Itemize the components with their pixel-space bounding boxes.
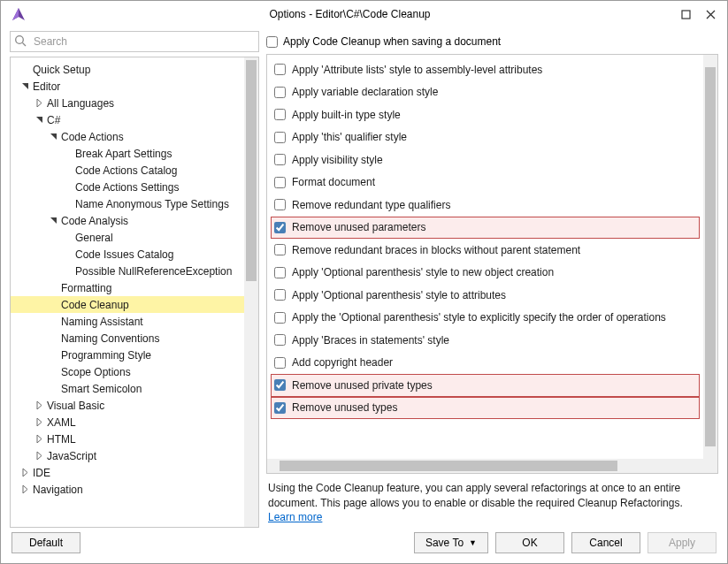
tree-item[interactable]: All Languages [11, 95, 244, 111]
apply-on-save-row[interactable]: Apply Code Cleanup when saving a documen… [266, 31, 718, 52]
tree-item-label: Code Actions Settings [75, 181, 179, 194]
cleanup-option-checkbox[interactable] [274, 132, 286, 143]
tree-item-label: Possible NullReferenceException [75, 265, 232, 278]
close-button[interactable] [699, 4, 722, 24]
tree-item[interactable]: JavaScript [11, 447, 244, 464]
cleanup-option-checkbox[interactable] [274, 402, 286, 414]
cleanup-option-row[interactable]: Remove redundant braces in blocks withou… [271, 239, 700, 262]
tree-item[interactable]: Code Actions Settings [11, 179, 244, 195]
cleanup-option-checkbox[interactable] [274, 154, 286, 165]
tree-expander-icon[interactable] [34, 434, 44, 445]
tree-expander-icon[interactable] [19, 484, 30, 495]
tree-item[interactable]: Break Apart Settings [11, 145, 244, 162]
tree-expander-icon[interactable] [34, 115, 44, 126]
cleanup-option-row[interactable]: Format document [271, 171, 700, 194]
tree-item-label: Formatting [61, 282, 111, 294]
tree-item[interactable]: Scope Options [11, 363, 244, 380]
cleanup-option-label: Remove unused parameters [292, 221, 425, 233]
tree-item[interactable]: Code Actions Catalog [11, 162, 244, 179]
tree-expander-icon[interactable] [48, 132, 58, 142]
tree-expander-icon[interactable] [34, 98, 44, 109]
cleanup-option-row[interactable]: Add copyright header [271, 352, 700, 375]
tree-expander-icon[interactable] [48, 216, 58, 226]
cleanup-option-checkbox[interactable] [274, 222, 286, 233]
options-hscrollbar[interactable] [267, 459, 717, 473]
apply-on-save-label: Apply Code Cleanup when saving a documen… [283, 35, 501, 48]
tree-item[interactable]: HTML [11, 431, 244, 447]
tree-spacer [62, 165, 73, 176]
tree-item[interactable]: Navigation [11, 481, 244, 498]
tree-item[interactable]: XAML [11, 414, 244, 431]
cleanup-option-row[interactable]: Apply built-in type style [271, 103, 700, 126]
right-pane: Apply Code Cleanup when saving a documen… [266, 31, 718, 528]
tree-item[interactable]: General [11, 229, 244, 246]
tree-item[interactable]: Smart Semicolon [11, 380, 244, 397]
cleanup-option-checkbox[interactable] [274, 379, 286, 391]
tree-item-label: Naming Assistant [61, 316, 143, 328]
tree-item[interactable]: Code Analysis [11, 212, 244, 229]
tree-item-label: JavaScript [47, 450, 96, 462]
learn-more-link[interactable]: Learn more [268, 511, 322, 523]
options-vscrollbar[interactable] [703, 55, 717, 459]
tree-item[interactable]: Quick Setup [11, 61, 244, 78]
cleanup-option-label: Remove unused private types [292, 379, 433, 392]
tree-item[interactable]: Programming Style [11, 347, 244, 363]
cleanup-option-row[interactable]: Apply 'this' qualifier style [271, 126, 700, 149]
cleanup-option-checkbox[interactable] [274, 244, 286, 255]
cleanup-option-checkbox[interactable] [274, 177, 286, 188]
apply-button[interactable]: Apply [648, 532, 717, 553]
cleanup-option-row[interactable]: Apply 'Optional parenthesis' style to ne… [271, 262, 700, 285]
cleanup-option-row[interactable]: Remove unused types [271, 397, 700, 420]
cleanup-option-row[interactable]: Apply 'Optional parenthesis' style to at… [271, 284, 700, 307]
tree-item[interactable]: IDE [11, 464, 244, 481]
save-to-button[interactable]: Save To ▼ [414, 532, 488, 553]
tree-expander-icon[interactable] [19, 468, 30, 478]
cleanup-option-row[interactable]: Apply 'Attribute lists' style to assembl… [271, 58, 700, 81]
search-input[interactable] [10, 31, 259, 52]
cleanup-option-checkbox[interactable] [274, 334, 286, 346]
tree-item[interactable]: C# [11, 111, 244, 128]
tree-spacer [48, 283, 58, 293]
cleanup-option-row[interactable]: Remove unused private types [271, 374, 700, 397]
apply-on-save-checkbox[interactable] [266, 36, 278, 48]
content-area: Quick SetupEditorAll LanguagesC#Code Act… [1, 27, 727, 528]
cleanup-option-row[interactable]: Apply the 'Optional parenthesis' style t… [271, 307, 700, 330]
default-button[interactable]: Default [11, 532, 80, 553]
cleanup-option-checkbox[interactable] [274, 64, 286, 75]
cleanup-option-row[interactable]: Apply variable declaration style [271, 81, 700, 104]
cancel-button[interactable]: Cancel [571, 532, 640, 553]
tree-item-label: Scope Options [61, 366, 131, 378]
maximize-button[interactable] [674, 4, 697, 24]
tree-item[interactable]: Naming Assistant [11, 313, 244, 330]
ok-button[interactable]: OK [495, 532, 564, 553]
tree-scrollbar[interactable] [244, 57, 258, 527]
tree-item[interactable]: Naming Conventions [11, 330, 244, 347]
tree-expander-icon[interactable] [34, 417, 44, 428]
cleanup-option-label: Remove redundant type qualifiers [292, 199, 450, 211]
tree-item[interactable]: Name Anonymous Type Settings [11, 195, 244, 212]
cleanup-option-checkbox[interactable] [274, 357, 286, 369]
tree-item[interactable]: Editor [11, 78, 244, 95]
tree-item[interactable]: Formatting [11, 279, 244, 296]
cleanup-option-row[interactable]: Remove redundant type qualifiers [271, 194, 700, 217]
cleanup-option-checkbox[interactable] [274, 267, 286, 278]
cleanup-option-row[interactable]: Apply visibility style [271, 149, 700, 171]
cleanup-option-checkbox[interactable] [274, 87, 286, 98]
tree-item[interactable]: Possible NullReferenceException [11, 263, 244, 279]
tree-item[interactable]: Code Actions [11, 128, 244, 145]
tree-item[interactable]: Visual Basic [11, 397, 244, 414]
tree-item[interactable]: Code Cleanup [11, 296, 244, 313]
tree-spacer [48, 367, 58, 377]
tree-expander-icon[interactable] [34, 400, 44, 411]
cleanup-option-checkbox[interactable] [274, 312, 286, 324]
cleanup-option-checkbox[interactable] [274, 289, 286, 301]
options-list-container: Apply 'Attribute lists' style to assembl… [266, 54, 718, 474]
cleanup-option-checkbox[interactable] [274, 199, 286, 210]
tree-item[interactable]: Code Issues Catalog [11, 246, 244, 263]
tree-expander-icon[interactable] [34, 451, 44, 461]
tree-expander-icon[interactable] [19, 81, 30, 92]
cleanup-option-row[interactable]: Apply 'Braces in statements' style [271, 329, 700, 352]
options-tree[interactable]: Quick SetupEditorAll LanguagesC#Code Act… [11, 57, 244, 527]
cleanup-option-checkbox[interactable] [274, 109, 286, 120]
cleanup-option-row[interactable]: Remove unused parameters [271, 217, 700, 240]
